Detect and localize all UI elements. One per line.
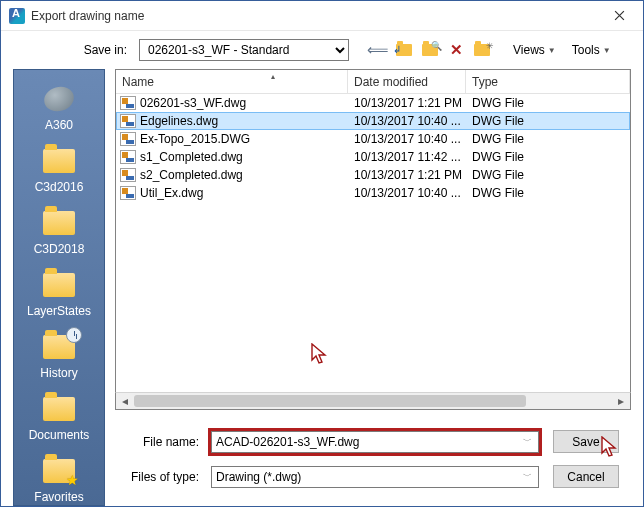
file-date: 10/13/2017 1:21 PM [348,168,466,182]
history-icon [41,332,77,362]
dwg-file-icon [120,168,136,182]
file-date: 10/13/2017 11:42 ... [348,150,466,164]
files-of-type-label: Files of type: [127,470,199,484]
places-sidebar[interactable]: A360C3d2016C3D2018LayerStatesHistoryDocu… [13,69,105,506]
file-name: Util_Ex.dwg [140,186,203,200]
a360-icon [41,84,77,114]
scroll-right-icon[interactable]: ▸ [612,393,630,409]
file-name: Edgelines.dwg [140,114,218,128]
dwg-file-icon [120,96,136,110]
file-pane: ▴ Name Date modified Type 026201-s3_WF.d… [115,69,631,506]
file-name: 026201-s3_WF.dwg [140,96,246,110]
file-name-input[interactable]: ACAD-026201-s3_WF.dwg﹀ [211,431,539,453]
save-in-label: Save in: [71,43,127,57]
cancel-button[interactable]: Cancel [553,465,619,488]
dwg-file-icon [120,150,136,164]
sidebar-item-layerstates[interactable]: LayerStates [23,266,95,322]
toolbar: Save in: 026201-s3_WF - Standard ⟸ ↲ 🔍 ✕… [1,31,643,69]
file-name: s1_Completed.dwg [140,150,243,164]
up-folder-button[interactable]: ↲ [393,39,415,61]
column-type[interactable]: Type [466,70,630,93]
column-date-modified[interactable]: Date modified [348,70,466,93]
sidebar-item-label: Favorites [34,490,83,504]
file-type: DWG File [466,150,630,164]
file-type: DWG File [466,168,630,182]
folder-icon [41,394,77,424]
sidebar-item-label: C3d2016 [35,180,84,194]
save-in-dropdown[interactable]: 026201-s3_WF - Standard [139,39,349,61]
file-row[interactable]: Ex-Topo_2015.DWG10/13/2017 10:40 ...DWG … [116,130,630,148]
sidebar-item-label: LayerStates [27,304,91,318]
file-row[interactable]: s1_Completed.dwg10/13/2017 11:42 ...DWG … [116,148,630,166]
dwg-file-icon [120,114,136,128]
file-name: s2_Completed.dwg [140,168,243,182]
sidebar-item-label: History [40,366,77,380]
scrollbar-thumb[interactable] [134,395,526,407]
window-title: Export drawing name [31,9,597,23]
file-row[interactable]: s2_Completed.dwg10/13/2017 1:21 PMDWG Fi… [116,166,630,184]
file-name-label: File name: [127,435,199,449]
column-name[interactable]: Name [116,70,348,93]
file-type: DWG File [466,114,630,128]
sidebar-item-label: Documents [29,428,90,442]
sidebar-item-c3d2018[interactable]: C3D2018 [23,204,95,260]
title-bar: Export drawing name [1,1,643,31]
sidebar-item-c3d2016[interactable]: C3d2016 [23,142,95,198]
file-list[interactable]: ▴ Name Date modified Type 026201-s3_WF.d… [115,69,631,392]
dwg-file-icon [120,132,136,146]
file-date: 10/13/2017 10:40 ... [348,114,466,128]
export-dialog: Export drawing name Save in: 026201-s3_W… [0,0,644,507]
file-date: 10/13/2017 10:40 ... [348,132,466,146]
close-button[interactable] [597,2,641,30]
file-date: 10/13/2017 10:40 ... [348,186,466,200]
favorites-icon: ★ [41,456,77,486]
delete-button[interactable]: ✕ [445,39,467,61]
file-row[interactable]: Util_Ex.dwg10/13/2017 10:40 ...DWG File [116,184,630,202]
sidebar-item-favorites[interactable]: ★Favorites [23,452,95,506]
sidebar-item-label: C3D2018 [34,242,85,256]
sidebar-item-label: A360 [45,118,73,132]
views-menu[interactable]: Views▼ [511,41,558,59]
back-button[interactable]: ⟸ [367,39,389,61]
folder-icon [41,270,77,300]
files-of-type-dropdown[interactable]: Drawing (*.dwg)﹀ [211,466,539,488]
folder-icon [41,146,77,176]
tools-menu[interactable]: Tools▼ [570,41,613,59]
sidebar-item-history[interactable]: History [23,328,95,384]
file-type: DWG File [466,186,630,200]
file-type: DWG File [466,132,630,146]
scroll-left-icon[interactable]: ◂ [116,393,134,409]
file-date: 10/13/2017 1:21 PM [348,96,466,110]
column-headers: Name Date modified Type [116,70,630,94]
folder-icon [41,208,77,238]
horizontal-scrollbar[interactable]: ◂ ▸ [115,392,631,410]
sidebar-item-documents[interactable]: Documents [23,390,95,446]
file-type: DWG File [466,96,630,110]
file-name: Ex-Topo_2015.DWG [140,132,250,146]
sidebar-item-a360[interactable]: A360 [23,80,95,136]
autodesk-icon [9,8,25,24]
search-web-button[interactable]: 🔍 [419,39,441,61]
dwg-file-icon [120,186,136,200]
file-row[interactable]: 026201-s3_WF.dwg10/13/2017 1:21 PMDWG Fi… [116,94,630,112]
file-row[interactable]: Edgelines.dwg10/13/2017 10:40 ...DWG Fil… [116,112,630,130]
new-folder-button[interactable]: ✳ [471,39,493,61]
